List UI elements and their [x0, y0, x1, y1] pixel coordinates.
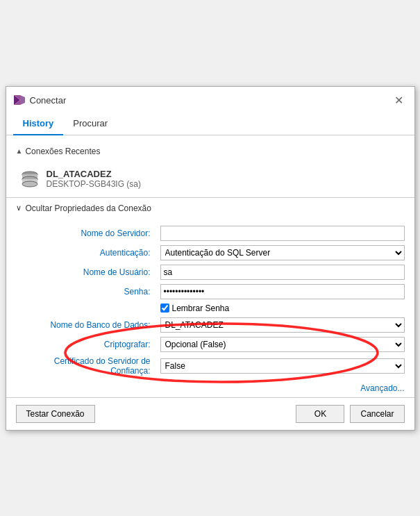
label-servidor: Nome do Servidor: — [16, 228, 155, 238]
recent-item-text: DL_ATACADEZ DESKTOP-SGB43IG (sa) — [47, 169, 141, 189]
label-certificado: Certificado do Servidor de Confiança: — [16, 356, 155, 376]
dialog-body: ▲ Conexões Recentes DL_ATAC — [6, 135, 414, 397]
title-bar-left: Conectar — [13, 94, 67, 106]
label-usuario: Nome de Usuário: — [16, 267, 155, 277]
props-section: ∨ Ocultar Propriedades da Conexão — [6, 197, 414, 219]
footer: Testar Conexão OK Cancelar — [6, 397, 414, 430]
input-senha[interactable] — [160, 284, 405, 299]
db-icon — [20, 169, 40, 188]
title-bar: Conectar ✕ — [6, 87, 414, 113]
cancel-button[interactable]: Cancelar — [350, 405, 404, 423]
chevron-down-icon: ∨ — [16, 203, 22, 213]
checkbox-lembrar-label: Lembrar Senha — [172, 303, 230, 313]
dialog-title: Conectar — [30, 95, 67, 106]
input-usuario[interactable] — [160, 265, 405, 280]
props-form: Nome do Servidor: Autenticação: Autentic… — [6, 219, 414, 383]
test-connection-button[interactable]: Testar Conexão — [16, 405, 95, 423]
tabs-container: History Procurar — [6, 113, 414, 135]
checkbox-lembrar[interactable] — [160, 303, 169, 313]
label-criptografar: Criptografar: — [16, 340, 155, 349]
recent-header-label: Conexões Recentes — [25, 147, 100, 156]
svg-marker-1 — [20, 95, 25, 105]
input-servidor[interactable] — [160, 226, 405, 241]
checkbox-lembrar-row: Lembrar Senha — [160, 303, 405, 313]
recent-item-sub: DESKTOP-SGB43IG (sa) — [47, 179, 141, 189]
collapse-icon: ▲ — [16, 147, 23, 155]
select-certificado[interactable]: False True — [160, 358, 405, 374]
app-icon — [13, 94, 26, 106]
select-banco[interactable]: DL_ATACADEZ — [160, 317, 405, 333]
props-toggle-label: Ocultar Propriedades da Conexão — [26, 203, 151, 213]
label-senha: Senha: — [16, 287, 155, 297]
tab-history[interactable]: History — [13, 113, 64, 135]
select-autenticacao[interactable]: Autenticação do SQL Server Autenticação … — [160, 245, 405, 260]
svg-point-8 — [22, 181, 37, 187]
recent-item-name: DL_ATACADEZ — [47, 169, 141, 179]
tab-procurar[interactable]: Procurar — [63, 113, 117, 135]
recent-item[interactable]: DL_ATACADEZ DESKTOP-SGB43IG (sa) — [16, 165, 405, 193]
advanced-link[interactable]: Avançado... — [360, 383, 404, 393]
dialog-window: Conectar ✕ History Procurar ▲ Conexões R… — [6, 86, 415, 431]
select-criptografar[interactable]: Opcional (False) Obrigatório (True) Desa… — [160, 337, 405, 352]
ok-button[interactable]: OK — [296, 405, 344, 423]
recent-section-header: ▲ Conexões Recentes — [6, 142, 414, 160]
advanced-row: Avançado... — [6, 383, 414, 397]
label-autenticacao: Autenticação: — [16, 248, 155, 258]
close-button[interactable]: ✕ — [390, 92, 408, 108]
label-banco: Nome do Banco de Dados: — [16, 320, 155, 330]
recent-list: DL_ATACADEZ DESKTOP-SGB43IG (sa) — [6, 160, 414, 197]
props-toggle[interactable]: ∨ Ocultar Propriedades da Conexão — [16, 203, 405, 213]
